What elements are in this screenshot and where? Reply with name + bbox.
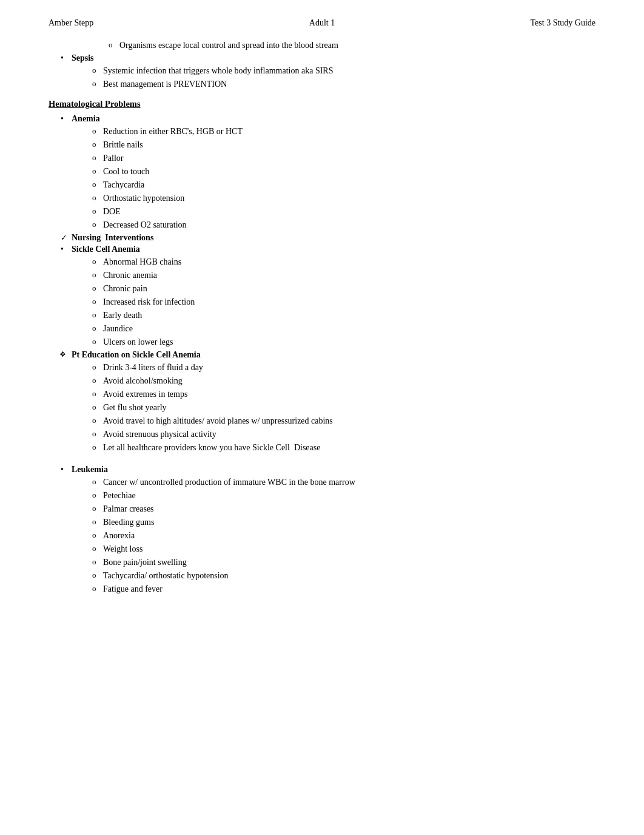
list-item: Avoid extremes in temps <box>90 388 595 401</box>
sepsis-list: Sepsis Systemic infection that triggers … <box>49 53 595 90</box>
sickle-cell-subitems: Abnormal HGB chains Chronic anemia Chron… <box>72 255 595 348</box>
list-item: Early death <box>90 309 595 322</box>
list-item: Drink 3-4 liters of fluid a day <box>90 361 595 374</box>
list-item: Tachycardia/ orthostatic hypotension <box>90 569 595 582</box>
list-item: Let all healthcare providers know you ha… <box>90 441 595 454</box>
list-item: Brittle nails <box>90 138 595 151</box>
list-item: Chronic pain <box>90 282 595 295</box>
leukemia-subitems: Cancer w/ uncontrolled production of imm… <box>72 476 595 595</box>
item-text: Petechiae <box>103 491 136 500</box>
list-item: Ulcers on lower legs <box>90 336 595 348</box>
list-item: Cancer w/ uncontrolled production of imm… <box>90 476 595 488</box>
item-text: Ulcers on lower legs <box>103 337 173 347</box>
page-header: Amber Stepp Adult 1 Test 3 Study Guide <box>49 18 595 28</box>
item-text: Cancer w/ uncontrolled production of imm… <box>103 478 355 487</box>
item-text: Early death <box>103 311 142 320</box>
item-label: Sepsis <box>72 53 94 63</box>
list-item: Pallor <box>90 152 595 164</box>
list-item: DOE <box>90 205 595 218</box>
list-item: Bleeding gums <box>90 516 595 529</box>
page: Amber Stepp Adult 1 Test 3 Study Guide O… <box>0 0 644 835</box>
item-text: Orthostatic hypotension <box>103 194 184 203</box>
list-item: Anorexia <box>90 529 595 542</box>
list-item: Jaundice <box>90 322 595 335</box>
list-item: Reduction in either RBC's, HGB or HCT <box>90 125 595 138</box>
item-text: Decreased O2 saturation <box>103 220 187 229</box>
item-text: Avoid extremes in temps <box>103 390 187 399</box>
list-item: Palmar creases <box>90 502 595 515</box>
item-text: Increased risk for infection <box>103 297 195 306</box>
item-text: Avoid travel to high altitudes/ avoid pl… <box>103 416 333 425</box>
list-item: Get flu shot yearly <box>90 401 595 414</box>
item-text: Palmar creases <box>103 504 154 513</box>
item-text: Drink 3-4 liters of fluid a day <box>103 363 203 372</box>
list-item-nursing: Nursing Interventions <box>61 233 595 243</box>
item-text: Organisms escape local control and sprea… <box>119 41 338 50</box>
list-item: Chronic anemia <box>90 269 595 282</box>
hematological-heading: Hematological Problems <box>49 99 595 109</box>
list-item-sickle-cell: Sickle Cell Anemia Abnormal HGB chains C… <box>61 245 595 348</box>
item-text: Bone pain/joint swelling <box>103 558 187 567</box>
item-text: Anorexia <box>103 531 135 540</box>
list-item: Bone pain/joint swelling <box>90 556 595 569</box>
header-course: Adult 1 <box>231 18 414 28</box>
list-item: Systemic infection that triggers whole b… <box>90 64 595 77</box>
item-text: Brittle nails <box>103 140 143 149</box>
item-text: Chronic pain <box>103 284 147 293</box>
item-text: Jaundice <box>103 324 133 333</box>
list-item: Decreased O2 saturation <box>90 218 595 231</box>
item-text: Best management is PREVENTION <box>103 79 227 89</box>
list-item: Avoid strenuous physical activity <box>90 428 595 441</box>
item-text: Fatigue and fever <box>103 584 163 593</box>
list-item: Best management is PREVENTION <box>90 78 595 90</box>
item-text: Abnormal HGB chains <box>103 257 181 266</box>
item-text: DOE <box>103 207 121 216</box>
item-text: Systemic infection that triggers whole b… <box>103 66 334 75</box>
item-text: Chronic anemia <box>103 271 157 280</box>
list-item: Weight loss <box>90 543 595 555</box>
list-item: Avoid travel to high altitudes/ avoid pl… <box>90 414 595 427</box>
leukemia-list: Leukemia Cancer w/ uncontrolled producti… <box>49 465 595 595</box>
item-label: Pt Education on Sickle Cell Anemia <box>72 350 201 359</box>
header-title: Test 3 Study Guide <box>413 18 595 28</box>
item-text: Reduction in either RBC's, HGB or HCT <box>103 127 243 136</box>
item-text: Let all healthcare providers know you ha… <box>103 443 320 452</box>
item-text: Avoid alcohol/smoking <box>103 376 183 385</box>
header-author: Amber Stepp <box>49 18 231 28</box>
list-item: Organisms escape local control and sprea… <box>106 39 595 52</box>
item-text: Avoid strenuous physical activity <box>103 430 216 439</box>
list-item: Tachycardia <box>90 178 595 191</box>
list-item: Increased risk for infection <box>90 296 595 308</box>
item-text: Tachycardia <box>103 180 144 189</box>
item-label: Nursing Interventions <box>72 233 153 242</box>
item-label: Leukemia <box>72 465 108 474</box>
item-text: Cool to touch <box>103 167 149 176</box>
intro-list: Organisms escape local control and sprea… <box>49 39 595 52</box>
item-text: Pallor <box>103 154 123 163</box>
hematological-list: Anemia Reduction in either RBC's, HGB or… <box>49 114 595 454</box>
list-item-leukemia: Leukemia Cancer w/ uncontrolled producti… <box>61 465 595 595</box>
list-item: Orthostatic hypotension <box>90 192 595 205</box>
item-label: Sickle Cell Anemia <box>72 245 140 254</box>
item-text: Get flu shot yearly <box>103 403 167 412</box>
list-item: Fatigue and fever <box>90 583 595 595</box>
main-content: Organisms escape local control and sprea… <box>49 39 595 595</box>
list-item: Avoid alcohol/smoking <box>90 374 595 387</box>
list-item: Petechiae <box>90 489 595 502</box>
list-item: Abnormal HGB chains <box>90 255 595 268</box>
anemia-subitems: Reduction in either RBC's, HGB or HCT Br… <box>72 125 595 231</box>
item-text: Bleeding gums <box>103 518 154 527</box>
item-label: Anemia <box>72 114 100 123</box>
list-item-pt-education: Pt Education on Sickle Cell Anemia Drink… <box>61 350 595 454</box>
item-text: Tachycardia/ orthostatic hypotension <box>103 571 229 580</box>
list-item-sepsis: Sepsis Systemic infection that triggers … <box>61 53 595 90</box>
pt-education-subitems: Drink 3-4 liters of fluid a day Avoid al… <box>72 361 595 454</box>
list-item-anemia: Anemia Reduction in either RBC's, HGB or… <box>61 114 595 231</box>
spacer <box>49 456 595 463</box>
sepsis-subitems: Systemic infection that triggers whole b… <box>72 64 595 90</box>
list-item: Cool to touch <box>90 165 595 178</box>
item-text: Weight loss <box>103 544 143 553</box>
